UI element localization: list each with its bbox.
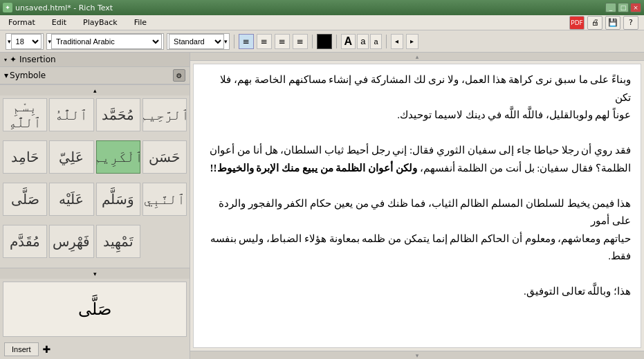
window-title: unsaved.html* - Rich Text bbox=[15, 3, 113, 12]
text-paragraph-4: الظلمة؟ فقال سفيان: بل أنت من الظلمة أنف… bbox=[203, 160, 631, 178]
help-icon-btn[interactable]: ? bbox=[623, 16, 638, 30]
symbol-cell-13[interactable]: مُقَدَّم bbox=[3, 225, 47, 258]
symbol-cell-7[interactable]: ٱلْكَرِيم bbox=[96, 140, 140, 174]
scroll-up-button[interactable]: ▴ bbox=[0, 84, 190, 95]
save-icon-btn[interactable]: 💾 bbox=[605, 16, 620, 30]
main-area: ▾ ✦ Insertion ▾ Symbole ⚙ ▴ بِسْمِ ٱللَّ… bbox=[0, 53, 644, 359]
editor-panel: ▴ وبناءً على ما سبق نرى كراهة هذا العمل،… bbox=[190, 53, 644, 359]
align-justify-button[interactable]: ≡ bbox=[293, 34, 308, 49]
gear-icon[interactable]: ⚙ bbox=[173, 69, 185, 82]
align-right-button[interactable]: ≡ bbox=[275, 34, 290, 49]
symbol-cell-2[interactable]: ٱللَّٰهُ bbox=[49, 98, 93, 131]
text-medium-button[interactable]: a bbox=[357, 34, 369, 49]
left-panel: ▾ ✦ Insertion ▾ Symbole ⚙ ▴ بِسْمِ ٱللَّ… bbox=[0, 53, 190, 359]
file-menu[interactable]: File bbox=[131, 17, 149, 28]
align-left-button[interactable]: ≡ bbox=[239, 34, 254, 49]
menubar: Format Edit PlayBack File PDF 🖨 💾 ? bbox=[0, 15, 644, 30]
separator3 bbox=[336, 35, 337, 48]
font-family-select[interactable]: Traditional Arabic bbox=[51, 34, 162, 49]
symbol-preview: صَلَّى bbox=[3, 282, 187, 337]
style-select[interactable]: Standard bbox=[169, 34, 224, 49]
insertion-header: ▾ ✦ Insertion bbox=[0, 53, 190, 67]
symbol-cell-4[interactable]: ٱلرَّحِيم bbox=[142, 98, 187, 131]
titlebar: ✦ unsaved.html* - Rich Text _ □ × bbox=[0, 0, 644, 15]
insert-plus-icon[interactable]: ✚ bbox=[43, 344, 51, 355]
insert-button[interactable]: Insert bbox=[4, 342, 39, 356]
text-paragraph-1: وبناءً على ما سبق نرى كراهة هذا العمل، و… bbox=[203, 71, 631, 107]
playback-menu[interactable]: PlayBack bbox=[80, 17, 120, 28]
font-size-wrapper: ▾ 18 bbox=[6, 33, 44, 50]
symbol-cell-14[interactable]: فَهْرِس bbox=[49, 225, 93, 258]
menubar-icons: PDF 🖨 💾 ? bbox=[569, 16, 638, 30]
align-center-button[interactable]: ≡ bbox=[257, 34, 272, 49]
maximize-button[interactable]: □ bbox=[618, 3, 629, 12]
symbol-cell-3[interactable]: مُحَمَّد bbox=[96, 98, 140, 131]
text-content-area[interactable]: وبناءً على ما سبق نرى كراهة هذا العمل، و… bbox=[193, 64, 641, 348]
arrow-left-button[interactable]: ◂ bbox=[391, 34, 403, 49]
app-icon: ✦ bbox=[3, 3, 12, 12]
text-small-button[interactable]: a bbox=[370, 34, 381, 49]
text-large-button[interactable]: A bbox=[341, 34, 356, 49]
pdf-icon-btn[interactable]: PDF bbox=[569, 16, 585, 30]
symbol-cell-1[interactable]: بِسْمِ ٱللَّٰهِ bbox=[3, 98, 47, 131]
symbols-grid: بِسْمِ ٱللَّٰهِ ٱللَّٰهُ مُحَمَّد ٱلرَّح… bbox=[0, 95, 190, 268]
toolbar: ▾ 18 ▾ Traditional Arabic Standard ▾ ≡ ≡… bbox=[0, 30, 644, 53]
text-paragraph-2: عوناً لهم ولوبالقليل، فاللَّه اللَّه في … bbox=[203, 107, 631, 125]
scroll-down-button[interactable]: ▾ bbox=[0, 268, 190, 279]
minimize-button[interactable]: _ bbox=[605, 3, 616, 12]
symbol-cell-8[interactable]: حَسَن bbox=[142, 140, 187, 174]
insert-button-area: Insert ✚ bbox=[0, 340, 190, 359]
chevron-down-icon4: ▾ bbox=[4, 71, 8, 80]
symbol-cell-10[interactable]: عَلَيْه bbox=[49, 183, 93, 216]
edit-menu[interactable]: Edit bbox=[49, 17, 69, 28]
print-icon-btn[interactable]: 🖨 bbox=[587, 16, 602, 30]
text-paragraph-7: هذا؛ وباللَّه تعالى التوفيق. bbox=[203, 283, 631, 301]
style-wrapper: Standard ▾ bbox=[167, 33, 230, 50]
symbols-label: Symbole bbox=[10, 71, 46, 80]
window-controls: _ □ × bbox=[605, 3, 641, 12]
symbol-cell-15[interactable]: تَمْهِيد bbox=[96, 225, 140, 258]
separator2 bbox=[312, 35, 313, 48]
bold-phrase: ولكن أعوان الظلمة من يبيع منك الإبرة وال… bbox=[210, 163, 417, 174]
text-paragraph-5: هذا فيمن يخيط للسلطان المسلم الظالم الثي… bbox=[203, 195, 631, 230]
insertion-collapse-icon[interactable]: ▾ bbox=[4, 57, 7, 63]
font-size-select[interactable]: 18 bbox=[11, 34, 42, 49]
close-button[interactable]: × bbox=[630, 3, 641, 12]
format-menu[interactable]: Format bbox=[6, 17, 38, 28]
text-paragraph-3: فقد روي أن رجلا حياطا جاء إلى سفيان الثو… bbox=[203, 142, 631, 160]
symbol-cell-9[interactable]: صَلَّى bbox=[3, 183, 47, 216]
font-family-wrapper: ▾ Traditional Arabic bbox=[46, 33, 165, 50]
separator4 bbox=[386, 35, 387, 48]
symbol-cell-11[interactable]: وَسَلَّم bbox=[96, 183, 140, 216]
symbol-cell-6[interactable]: عَلِيّ bbox=[49, 140, 93, 174]
symbols-dropdown[interactable]: ▾ Symbole bbox=[4, 71, 46, 80]
preview-symbol-text: صَلَّى bbox=[78, 300, 111, 319]
separator1 bbox=[234, 35, 234, 48]
scroll-down-arrow-icon: ▾ bbox=[416, 352, 419, 359]
symbols-toolbar: ▾ Symbole ⚙ bbox=[0, 67, 190, 84]
chevron-down-icon3: ▾ bbox=[224, 38, 228, 45]
insertion-title: ✦ Insertion bbox=[10, 55, 56, 64]
color-picker[interactable] bbox=[317, 34, 332, 49]
titlebar-left: ✦ unsaved.html* - Rich Text bbox=[3, 3, 113, 12]
scroll-indicator-top: ▴ bbox=[190, 53, 644, 61]
symbol-cell-5[interactable]: حَامِد bbox=[3, 140, 47, 174]
arrow-right-button[interactable]: ▸ bbox=[406, 34, 418, 49]
symbol-cell-12[interactable]: ٱلنَّبِي bbox=[142, 183, 187, 216]
scroll-up-arrow-icon: ▴ bbox=[416, 53, 419, 60]
text-paragraph-6: حياتهم ومعاشهم، ومعلوم أن الحاكم الظالم … bbox=[203, 230, 631, 266]
text-style-buttons: A a a bbox=[341, 34, 382, 49]
scroll-indicator-bottom: ▾ bbox=[190, 351, 644, 359]
